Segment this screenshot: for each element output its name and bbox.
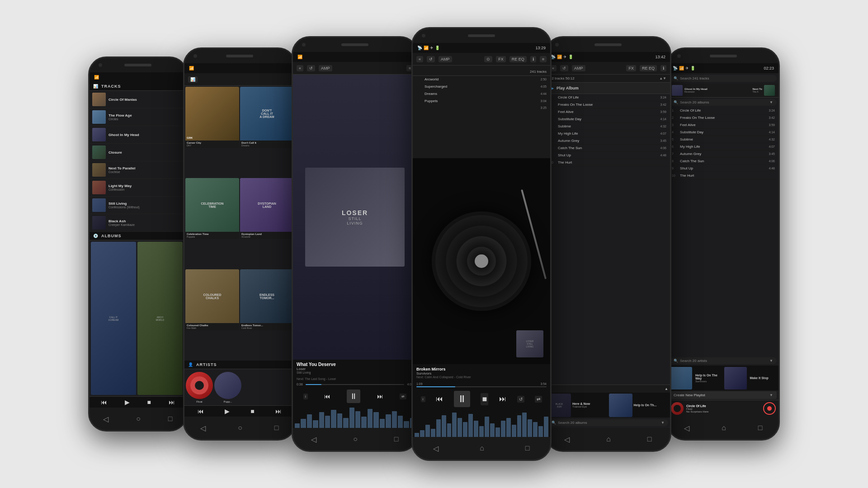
phone2-prev[interactable]: ⏮ [198,408,204,415]
phone5-track-1[interactable]: 1 Circle Of Life 3:24 [546,94,670,101]
track-item-1[interactable]: Circle Of Manias [90,91,186,108]
track-item-5[interactable]: Next To Parallel Cochise [90,161,186,179]
phone4-target-btn[interactable]: ⊙ [484,56,492,62]
phone5-back-nav[interactable]: ◁ [564,435,570,444]
recents-btn[interactable]: □ [168,415,173,423]
phone6-track-9[interactable]: 9 Shut Up 4:48 [668,165,778,172]
phone4-track-3[interactable]: Dreams 4:44 [413,90,550,98]
prev-btn[interactable]: ⏮ [101,399,107,406]
phone4-ctrl-pause[interactable]: ⏸ [454,391,470,407]
phone6-track-7[interactable]: 7 Autumn Grey 3:45 [668,150,778,158]
phone6-search-tracks[interactable]: 🔍 Search 241 tracks [670,75,777,82]
phone5-track-9[interactable]: 9 Shut Up 4:48 [546,152,670,159]
phone6-album-help[interactable] [670,367,692,389]
phone5-amp-btn[interactable]: AMP [572,65,585,71]
phone3-pause-btn[interactable]: ⏸ [347,389,360,403]
phone4-ctrl-prev[interactable]: ⏮ [436,395,443,403]
phone5-track-3[interactable]: 3 Feel Alive 3:59 [546,108,670,116]
track-item-3[interactable]: Ghost In My Head [90,126,186,144]
phone5-track-10[interactable]: 10 The Hurt [546,159,670,166]
phone6-track-8[interactable]: 8 Catch The Sun 4:06 [668,158,778,165]
phone6-recents-nav[interactable]: □ [758,424,763,432]
phone6-home-nav[interactable]: ⌂ [722,424,726,432]
phone4-repeat-btn[interactable]: ↺ [427,56,435,62]
phone2-back[interactable]: ◁ [200,424,206,432]
album-dystopian[interactable]: DYSTOPIANLAND Dystopian Land Arcworld [240,178,294,268]
phone4-info-btn[interactable]: ℹ [530,56,536,62]
album-celebration[interactable]: CELEBRATIONTIME Celebration Time Puppets [185,178,239,268]
phone4-ctrl-info[interactable]: i [421,396,425,402]
phone6-track-2[interactable]: 2 Freaks On The Loose 3:42 [668,114,778,122]
phone5-expand-icon[interactable]: ▲ [665,387,668,391]
stop-btn[interactable]: ■ [147,399,151,406]
phone6-album-make[interactable] [724,367,747,389]
phone4-ctrl-stop[interactable]: ■ [481,393,488,405]
phone5-play-album-btn[interactable]: ▶ Play Album [546,83,670,94]
home-btn[interactable]: ○ [136,415,141,423]
album-thumb-arcworld[interactable]: ARCHWORLD [137,242,183,395]
track-item-2[interactable]: The Flow Age Circles [90,108,186,126]
phone5-track-5[interactable]: 5 Sublime 4:32 [546,123,670,130]
next-btn[interactable]: ⏭ [169,399,175,406]
track-item-7[interactable]: Still Living Confessions (Without) [90,197,186,214]
phone4-amp-btn[interactable]: AMP [439,56,452,62]
phone3-shuffle-btn[interactable]: ⇄ [400,394,406,399]
track-item-6[interactable]: Light My Way Confession [90,179,186,197]
phone5-track-7[interactable]: 7 Autumn Grey 3:45 [546,137,670,145]
artist-float[interactable]: Float [186,371,213,404]
phone6-track-5[interactable]: 5 Sublime 4:32 [668,136,778,143]
back-btn[interactable]: ◁ [103,415,108,423]
phone5-track-8[interactable]: 8 Catch The Sun 4:06 [546,145,670,152]
phone4-progress-track[interactable] [416,386,547,387]
phone3-fwd-btn[interactable]: ⏭ [377,393,383,400]
phone6-track-6[interactable]: 6 My High Life 4:07 [668,143,778,150]
phone6-albums-dropdown[interactable]: ▼ [769,100,773,104]
toolbar-charts[interactable]: 📊 [188,76,198,83]
phone6-search-artists[interactable]: 🔍 Search 20 artists ▼ [670,357,777,364]
artist-puppets[interactable]: Pupp... [214,371,241,404]
album-thumb-dont-call[interactable]: CALL ITA DREAM [91,242,136,395]
play-btn[interactable]: ▶ [125,399,130,406]
phone5-track-2[interactable]: 2 Freaks On The Loose 3:42 [546,101,670,108]
phone4-fx-btn[interactable]: FX [496,56,506,62]
phone3-progress-track[interactable] [306,384,405,385]
phone4-back-btn[interactable]: « [416,56,423,62]
phone4-reeq-btn[interactable]: RE EQ [509,56,527,62]
album-carver-city[interactable]: GRK Carver City DKY [185,87,239,177]
phone5-search-albums[interactable]: 🔍 Search 20 albums ▼ [548,419,668,426]
phone4-back-nav[interactable]: ◁ [433,444,439,453]
phone6-track-4[interactable]: 4 Substitute Day 4:14 [668,129,778,136]
album-dont-call[interactable]: DON'TCALL ITA DREAM Don't Call It Dreams [240,87,294,177]
phone3-info-btn[interactable]: i [303,394,308,399]
phone3-repeat-btn[interactable]: ↺ [307,65,315,71]
phone4-ctrl-next[interactable]: ⏭ [499,395,506,403]
phone5-recents-nav[interactable]: □ [647,435,652,443]
phone2-stop[interactable]: ■ [250,408,254,415]
phone3-prev-btn[interactable]: ⏮ [324,393,330,400]
phone5-dropdown-icon[interactable]: ▼ [661,421,665,425]
phone2-next[interactable]: ⏭ [275,408,282,415]
phone3-back-nav[interactable]: ◁ [311,435,316,444]
phone6-artists-dropdown[interactable]: ▼ [769,359,773,363]
phone2-home[interactable]: ○ [238,424,242,432]
phone4-menu-btn[interactable]: ≡ [540,56,547,62]
phone4-track-2[interactable]: Supercharged 4:05 [413,83,550,90]
phone3-amp-btn[interactable]: AMP [319,65,332,71]
phone5-track-6[interactable]: 6 My High Life 4:07 [546,130,670,137]
phone5-info-btn[interactable]: ℹ [660,65,666,71]
phone5-album-help[interactable] [609,394,632,417]
phone6-search-albums[interactable]: 🔍 Search 20 albums ▼ [670,99,777,106]
phone4-track-1[interactable]: Arcworld 2:50 [413,76,550,83]
phone3-home-nav[interactable]: ○ [353,435,358,443]
album-coloured-chalks[interactable]: COLOUREDCHALKS Coloured Chalks Fire Walk [185,269,239,360]
phone6-track-10[interactable]: 10 The Hurt [668,172,778,179]
phone4-track-5[interactable]: 3:25 [413,105,550,111]
phone6-track-3[interactable]: 3 Feel Alive 3:59 [668,122,778,129]
phone4-ctrl-shuffle[interactable]: ⇄ [535,396,542,403]
phone5-track-4[interactable]: 4 Substitute Day 4:14 [546,116,670,123]
phone2-recents[interactable]: □ [274,424,279,432]
phone5-fx-btn[interactable]: FX [626,65,636,71]
npb-album-disc[interactable] [763,402,776,415]
create-playlist-dropdown[interactable]: ▼ [769,393,773,397]
phone5-sort-icon[interactable]: ▲▼ [659,76,666,80]
